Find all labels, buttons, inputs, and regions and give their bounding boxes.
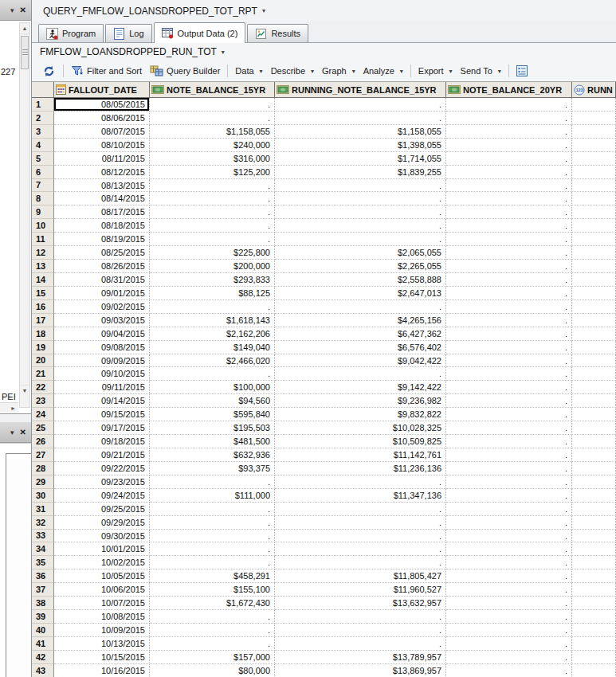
properties-button[interactable] [512, 64, 532, 78]
row-number[interactable]: 10 [32, 219, 54, 233]
row-number[interactable]: 30 [32, 489, 54, 503]
cell-runn[interactable] [572, 664, 616, 677]
dock-close-icon[interactable]: ✕ [20, 428, 26, 436]
cell-runn[interactable] [572, 300, 616, 314]
cell-running-note-balance-15yr[interactable]: . [275, 503, 446, 516]
cell-note-balance-15yr[interactable]: $93,375 [150, 462, 275, 475]
row-number[interactable]: 3 [32, 125, 54, 139]
row-number[interactable]: 4 [32, 139, 54, 152]
row-number[interactable]: 33 [32, 530, 54, 543]
cell-note-balance-20yr[interactable]: . [446, 260, 572, 273]
cell-fallout-date[interactable]: 09/23/2015 [54, 475, 150, 489]
row-number[interactable]: 5 [32, 152, 54, 166]
cell-running-note-balance-15yr[interactable]: $6,576,402 [275, 341, 446, 354]
column-header-note-balance-15yr[interactable]: NOTE_BALANCE_15YR [150, 82, 275, 98]
cell-running-note-balance-15yr[interactable]: $11,236,136 [275, 462, 446, 475]
cell-note-balance-20yr[interactable]: . [446, 300, 572, 314]
cell-note-balance-20yr[interactable]: . [446, 327, 572, 341]
cell-running-note-balance-15yr[interactable]: . [275, 233, 446, 246]
row-number[interactable]: 24 [32, 408, 54, 421]
cell-note-balance-20yr[interactable]: . [446, 462, 572, 475]
cell-runn[interactable] [572, 381, 616, 394]
cell-running-note-balance-15yr[interactable]: . [275, 300, 446, 314]
cell-runn[interactable] [572, 273, 616, 287]
refresh-button[interactable] [38, 64, 60, 79]
cell-runn[interactable] [572, 341, 616, 354]
scroll-right-icon[interactable]: ► [8, 403, 18, 413]
row-number[interactable]: 34 [32, 542, 54, 556]
cell-runn[interactable] [572, 542, 616, 556]
row-number[interactable]: 29 [32, 475, 54, 489]
cell-note-balance-15yr[interactable]: $1,672,430 [150, 597, 275, 610]
cell-note-balance-20yr[interactable]: . [446, 152, 572, 166]
dataset-selector[interactable]: FMFLOW_LOANSDROPPED_RUN_TOT ▾ [32, 43, 616, 61]
column-header-fallout-date[interactable]: FALLOUT_DATE [54, 82, 150, 98]
chevron-down-icon[interactable]: ▾ [262, 7, 265, 14]
cell-note-balance-20yr[interactable]: . [446, 219, 572, 233]
cell-fallout-date[interactable]: 09/30/2015 [54, 530, 150, 543]
row-number[interactable]: 38 [32, 597, 54, 610]
scroll-down-icon[interactable]: ▼ [20, 385, 29, 396]
cell-runn[interactable] [572, 219, 616, 233]
cell-note-balance-20yr[interactable]: . [446, 610, 572, 624]
cell-fallout-date[interactable]: 09/17/2015 [54, 421, 150, 435]
cell-note-balance-20yr[interactable]: . [446, 287, 572, 300]
cell-note-balance-20yr[interactable]: . [446, 381, 572, 394]
cell-fallout-date[interactable]: 08/07/2015 [54, 125, 150, 139]
cell-note-balance-15yr[interactable]: $2,466,020 [150, 354, 275, 368]
cell-fallout-date[interactable]: 10/16/2015 [54, 664, 150, 677]
cell-note-balance-15yr[interactable]: $595,840 [150, 408, 275, 421]
cell-runn[interactable] [572, 408, 616, 421]
row-number[interactable]: 21 [32, 367, 54, 381]
cell-note-balance-20yr[interactable]: . [446, 597, 572, 610]
cell-runn[interactable] [572, 152, 616, 166]
cell-runn[interactable] [572, 192, 616, 205]
cell-note-balance-15yr[interactable]: . [150, 624, 275, 637]
cell-fallout-date[interactable]: 09/15/2015 [54, 408, 150, 421]
cell-fallout-date[interactable]: 08/17/2015 [54, 205, 150, 219]
dock-vertical-scrollbar[interactable]: ▲ ▼ [19, 22, 30, 408]
cell-note-balance-15yr[interactable]: $195,503 [150, 421, 275, 435]
cell-runn[interactable] [572, 556, 616, 569]
cell-runn[interactable] [572, 637, 616, 651]
cell-note-balance-20yr[interactable]: . [446, 273, 572, 287]
cell-note-balance-20yr[interactable]: . [446, 542, 572, 556]
tab-program[interactable]: Program [38, 24, 104, 42]
cell-fallout-date[interactable]: 09/21/2015 [54, 448, 150, 462]
row-number[interactable]: 28 [32, 462, 54, 475]
cell-runn[interactable] [572, 569, 616, 583]
cell-running-note-balance-15yr[interactable]: . [275, 219, 446, 233]
cell-fallout-date[interactable]: 09/01/2015 [54, 287, 150, 300]
row-number[interactable]: 41 [32, 637, 54, 651]
cell-note-balance-15yr[interactable]: $157,000 [150, 651, 275, 664]
cell-note-balance-20yr[interactable]: . [446, 569, 572, 583]
cell-note-balance-15yr[interactable]: . [150, 610, 275, 624]
cell-note-balance-20yr[interactable]: . [446, 112, 572, 125]
cell-fallout-date[interactable]: 08/11/2015 [54, 152, 150, 166]
cell-running-note-balance-15yr[interactable]: $11,805,427 [275, 569, 446, 583]
cell-fallout-date[interactable]: 10/01/2015 [54, 542, 150, 556]
cell-runn[interactable] [572, 112, 616, 125]
cell-runn[interactable] [572, 475, 616, 489]
cell-fallout-date[interactable]: 08/14/2015 [54, 192, 150, 205]
cell-note-balance-20yr[interactable]: . [446, 448, 572, 462]
row-number[interactable]: 31 [32, 503, 54, 516]
scroll-thumb[interactable] [21, 36, 29, 69]
cell-fallout-date[interactable]: 10/02/2015 [54, 556, 150, 569]
cell-note-balance-15yr[interactable]: . [150, 179, 275, 193]
cell-runn[interactable] [572, 503, 616, 516]
cell-running-note-balance-15yr[interactable]: $6,427,362 [275, 327, 446, 341]
cell-fallout-date[interactable]: 09/18/2015 [54, 435, 150, 448]
cell-runn[interactable] [572, 448, 616, 462]
cell-runn[interactable] [572, 166, 616, 179]
cell-running-note-balance-15yr[interactable]: . [275, 98, 446, 112]
row-number[interactable]: 32 [32, 516, 54, 530]
cell-note-balance-20yr[interactable]: . [446, 651, 572, 664]
cell-note-balance-20yr[interactable]: . [446, 530, 572, 543]
row-number[interactable]: 9 [32, 205, 54, 219]
cell-runn[interactable] [572, 597, 616, 610]
cell-note-balance-15yr[interactable]: . [150, 300, 275, 314]
row-number[interactable]: 7 [32, 179, 54, 193]
cell-note-balance-20yr[interactable]: . [446, 98, 572, 112]
cell-note-balance-15yr[interactable]: . [150, 112, 275, 125]
